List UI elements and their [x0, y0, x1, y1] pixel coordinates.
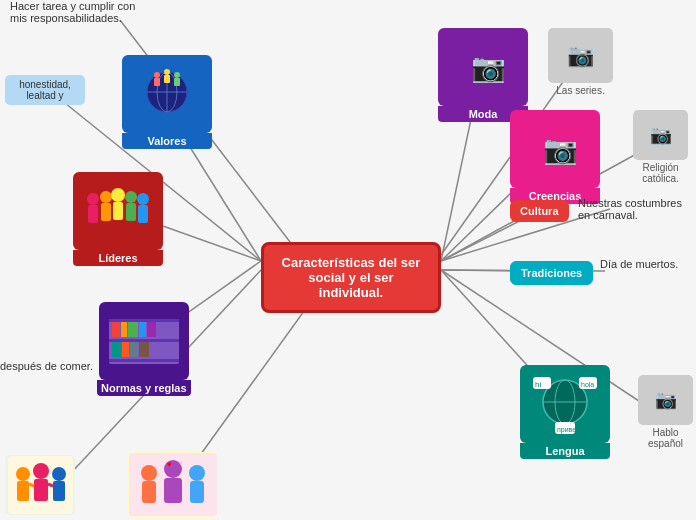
creencias-image: 📷: [510, 110, 600, 188]
normas-image: [99, 302, 189, 380]
svg-point-34: [125, 191, 137, 203]
svg-point-62: [141, 465, 157, 481]
cultura-label: Cultura: [520, 205, 559, 217]
hablo-espanol-node[interactable]: 📷 Hablo español: [635, 375, 696, 449]
camera-icon-3: 📷: [655, 389, 677, 411]
svg-text:hola: hola: [581, 381, 594, 388]
normas-label: Normas y reglas: [97, 380, 191, 396]
svg-rect-65: [142, 481, 156, 503]
svg-rect-41: [109, 339, 179, 342]
svg-rect-35: [126, 203, 136, 221]
hacer-tarea-text: Hacer tarea y cumplir con mis responsabi…: [10, 0, 140, 24]
lideres-label: Líderes: [73, 250, 163, 266]
las-series-image: 📷: [548, 28, 613, 83]
svg-rect-31: [101, 203, 111, 221]
svg-text:📷: 📷: [471, 51, 506, 84]
svg-rect-49: [122, 342, 129, 357]
svg-point-22: [164, 69, 170, 75]
svg-point-64: [189, 465, 205, 481]
costumbres-text: Nuestras costumbres en carnaval.: [578, 197, 693, 221]
svg-text:♥: ♥: [167, 460, 172, 469]
moda-node[interactable]: 📷 Moda: [438, 28, 528, 122]
svg-point-53: [16, 467, 30, 481]
svg-rect-51: [139, 342, 149, 357]
svg-rect-43: [112, 322, 120, 337]
svg-rect-33: [113, 202, 123, 220]
lengua-node[interactable]: hi hola привет Lengua: [520, 365, 610, 459]
svg-rect-54: [17, 481, 29, 501]
svg-rect-42: [109, 359, 179, 362]
valores-label: Valores: [122, 133, 212, 149]
svg-point-23: [174, 72, 180, 78]
svg-text:hi: hi: [535, 380, 541, 389]
svg-rect-44: [121, 322, 127, 337]
tradiciones-label: Tradiciones: [521, 267, 582, 279]
hablo-espanol-label: Hablo español: [635, 427, 696, 449]
friends-image: ♥ ♥: [128, 452, 218, 517]
las-series-node[interactable]: 📷 Las series.: [548, 28, 613, 96]
lideres-image: [73, 172, 163, 250]
svg-rect-67: [190, 481, 204, 503]
svg-rect-56: [34, 479, 48, 501]
lengua-image: hi hola привет: [520, 365, 610, 443]
svg-point-32: [111, 188, 125, 202]
despues-comer-text: después de comer.: [0, 360, 93, 372]
moda-image: 📷: [438, 28, 528, 106]
svg-point-55: [33, 463, 49, 479]
tradiciones-badge[interactable]: Tradiciones: [510, 261, 593, 285]
svg-text:привет: привет: [557, 426, 580, 434]
valores-node[interactable]: Valores: [122, 55, 212, 149]
dia-muertos-text: Día de muertos.: [600, 258, 678, 270]
camera-icon: 📷: [567, 43, 594, 69]
people-image: [5, 455, 75, 515]
hablo-espanol-image: 📷: [638, 375, 693, 425]
svg-line-60: [48, 484, 53, 486]
svg-point-28: [87, 193, 99, 205]
svg-rect-37: [138, 205, 148, 223]
religion-node[interactable]: 📷 Religión católica.: [625, 110, 696, 184]
svg-rect-29: [88, 205, 98, 223]
svg-rect-66: [164, 478, 182, 503]
svg-point-21: [154, 72, 160, 78]
lengua-label: Lengua: [520, 443, 610, 459]
svg-rect-25: [164, 75, 170, 83]
las-series-label: Las series.: [556, 85, 604, 96]
svg-rect-40: [109, 319, 179, 322]
cultura-badge[interactable]: Cultura: [510, 200, 569, 222]
svg-rect-48: [112, 342, 121, 357]
svg-text:♥: ♥: [179, 460, 183, 466]
svg-rect-24: [154, 78, 160, 86]
religion-image: 📷: [633, 110, 688, 160]
normas-node[interactable]: Normas y reglas: [97, 302, 191, 396]
svg-rect-46: [139, 322, 146, 337]
svg-point-36: [137, 193, 149, 205]
lideres-node[interactable]: Líderes: [73, 172, 163, 266]
svg-rect-26: [174, 78, 180, 86]
honestidad-node: honestidad, lealtad y: [5, 75, 85, 105]
svg-rect-45: [128, 322, 138, 337]
creencias-node[interactable]: 📷 Creencias: [510, 110, 600, 204]
svg-line-59: [29, 484, 34, 486]
svg-point-30: [100, 191, 112, 203]
camera-icon-2: 📷: [650, 124, 672, 146]
valores-image: [122, 55, 212, 133]
religion-label: Religión católica.: [625, 162, 696, 184]
svg-rect-50: [130, 342, 138, 357]
svg-text:📷: 📷: [543, 133, 578, 166]
svg-point-57: [52, 467, 66, 481]
center-node: Características del ser social y el ser …: [261, 242, 441, 313]
svg-rect-58: [53, 481, 65, 501]
svg-rect-47: [147, 322, 156, 337]
